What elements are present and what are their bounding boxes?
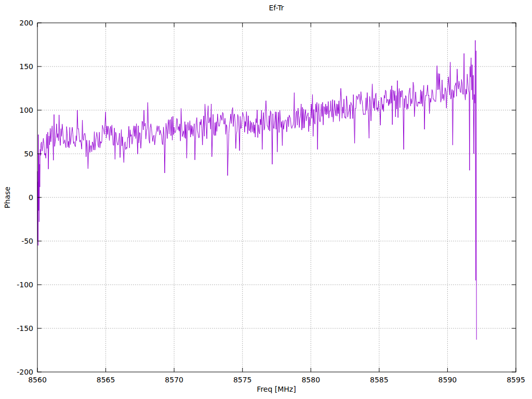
y-tick-label: 0 xyxy=(29,193,33,202)
y-axis-title: Phase xyxy=(3,187,11,208)
x-tick-label: 8590 xyxy=(438,376,457,384)
x-tick-label: 8570 xyxy=(165,376,183,384)
x-tick-label: 8575 xyxy=(233,376,252,384)
y-tick-label: -200 xyxy=(17,368,33,376)
y-tick-label: -50 xyxy=(21,237,33,245)
y-tick-label: -150 xyxy=(17,324,33,332)
phase-trace xyxy=(37,41,476,340)
y-tick-label: 50 xyxy=(24,150,33,158)
x-tick-label: 8560 xyxy=(28,376,47,384)
chart-title: Ef-Tr xyxy=(269,4,284,12)
y-tick-label: 100 xyxy=(19,106,33,114)
grid-lines xyxy=(37,23,516,372)
y-tick-label: 150 xyxy=(19,62,33,71)
y-tick-label: -100 xyxy=(17,281,33,289)
x-axis-title: Freq [MHz] xyxy=(257,385,296,393)
x-tick-label: 8585 xyxy=(370,376,389,384)
gnuplot-window: Ef-Tr Phase Freq [MHz] 85608565857085758… xyxy=(0,0,532,399)
x-tick-label: 8565 xyxy=(97,376,115,384)
y-tick-label: 200 xyxy=(19,19,33,27)
x-tick-label: 8580 xyxy=(301,376,320,384)
x-tick-label: 8595 xyxy=(507,376,525,384)
phase-chart-canvas xyxy=(0,0,532,399)
